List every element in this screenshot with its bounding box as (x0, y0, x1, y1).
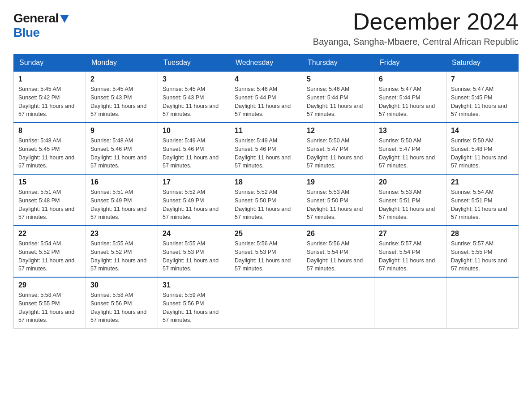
day-info: Sunrise: 5:49 AM Sunset: 5:46 PM Dayligh… (163, 137, 225, 170)
calendar-cell: 10 Sunrise: 5:49 AM Sunset: 5:46 PM Dayl… (158, 123, 230, 174)
day-info: Sunrise: 5:48 AM Sunset: 5:46 PM Dayligh… (90, 137, 153, 170)
day-info: Sunrise: 5:52 AM Sunset: 5:50 PM Dayligh… (235, 188, 297, 222)
day-number: 18 (235, 178, 297, 186)
logo: General Blue (13, 9, 69, 40)
day-info: Sunrise: 5:58 AM Sunset: 5:55 PM Dayligh… (18, 291, 81, 325)
col-header-friday: Friday (374, 54, 446, 72)
calendar-table: SundayMondayTuesdayWednesdayThursdayFrid… (13, 54, 519, 329)
calendar-cell: 26 Sunrise: 5:56 AM Sunset: 5:54 PM Dayl… (302, 226, 374, 277)
day-info: Sunrise: 5:45 AM Sunset: 5:42 PM Dayligh… (18, 85, 81, 119)
day-number: 21 (451, 178, 514, 186)
week-row-4: 22 Sunrise: 5:54 AM Sunset: 5:52 PM Dayl… (14, 226, 519, 277)
calendar-cell: 28 Sunrise: 5:57 AM Sunset: 5:55 PM Dayl… (446, 226, 519, 277)
day-info: Sunrise: 5:45 AM Sunset: 5:43 PM Dayligh… (90, 85, 153, 119)
calendar-cell: 15 Sunrise: 5:51 AM Sunset: 5:48 PM Dayl… (14, 174, 86, 226)
logo-triangle-icon (60, 15, 69, 23)
week-row-5: 29 Sunrise: 5:58 AM Sunset: 5:55 PM Dayl… (14, 277, 519, 329)
day-info: Sunrise: 5:55 AM Sunset: 5:52 PM Dayligh… (90, 240, 153, 273)
calendar-cell: 29 Sunrise: 5:58 AM Sunset: 5:55 PM Dayl… (14, 277, 86, 329)
day-number: 23 (90, 230, 153, 238)
day-info: Sunrise: 5:47 AM Sunset: 5:45 PM Dayligh… (451, 85, 514, 119)
day-number: 15 (18, 178, 81, 186)
day-info: Sunrise: 5:55 AM Sunset: 5:53 PM Dayligh… (163, 240, 225, 273)
day-number: 20 (379, 178, 442, 186)
calendar-cell (446, 277, 519, 329)
day-info: Sunrise: 5:54 AM Sunset: 5:51 PM Dayligh… (451, 188, 514, 222)
day-number: 27 (379, 230, 442, 238)
calendar-cell: 23 Sunrise: 5:55 AM Sunset: 5:52 PM Dayl… (86, 226, 158, 277)
calendar-cell: 16 Sunrise: 5:51 AM Sunset: 5:49 PM Dayl… (86, 174, 158, 226)
calendar-cell: 11 Sunrise: 5:49 AM Sunset: 5:46 PM Dayl… (230, 123, 302, 174)
day-number: 3 (163, 75, 225, 83)
col-header-tuesday: Tuesday (158, 54, 230, 72)
calendar-cell: 25 Sunrise: 5:56 AM Sunset: 5:53 PM Dayl… (230, 226, 302, 277)
day-number: 13 (379, 127, 442, 135)
calendar-cell: 6 Sunrise: 5:47 AM Sunset: 5:44 PM Dayli… (374, 72, 446, 123)
day-info: Sunrise: 5:54 AM Sunset: 5:52 PM Dayligh… (18, 240, 81, 273)
day-info: Sunrise: 5:48 AM Sunset: 5:45 PM Dayligh… (18, 137, 81, 170)
logo-general-text: General (13, 11, 59, 26)
calendar-cell: 8 Sunrise: 5:48 AM Sunset: 5:45 PM Dayli… (14, 123, 86, 174)
title-section: December 2024 Bayanga, Sangha-Mbaere, Ce… (313, 9, 519, 47)
month-title: December 2024 (313, 9, 519, 34)
calendar-cell: 14 Sunrise: 5:50 AM Sunset: 5:48 PM Dayl… (446, 123, 519, 174)
col-header-wednesday: Wednesday (230, 54, 302, 72)
day-number: 24 (163, 230, 225, 238)
day-info: Sunrise: 5:45 AM Sunset: 5:43 PM Dayligh… (163, 85, 225, 119)
day-number: 16 (90, 178, 153, 186)
day-number: 12 (307, 127, 369, 135)
calendar-cell (374, 277, 446, 329)
day-info: Sunrise: 5:59 AM Sunset: 5:56 PM Dayligh… (163, 291, 225, 325)
calendar-cell: 17 Sunrise: 5:52 AM Sunset: 5:49 PM Dayl… (158, 174, 230, 226)
day-number: 8 (18, 127, 81, 135)
day-number: 17 (163, 178, 225, 186)
calendar-cell: 20 Sunrise: 5:53 AM Sunset: 5:51 PM Dayl… (374, 174, 446, 226)
day-info: Sunrise: 5:46 AM Sunset: 5:44 PM Dayligh… (307, 85, 369, 119)
col-header-saturday: Saturday (446, 54, 519, 72)
day-info: Sunrise: 5:52 AM Sunset: 5:49 PM Dayligh… (163, 188, 225, 222)
day-number: 14 (451, 127, 514, 135)
calendar-cell: 12 Sunrise: 5:50 AM Sunset: 5:47 PM Dayl… (302, 123, 374, 174)
day-info: Sunrise: 5:57 AM Sunset: 5:54 PM Dayligh… (379, 240, 442, 273)
calendar-cell: 27 Sunrise: 5:57 AM Sunset: 5:54 PM Dayl… (374, 226, 446, 277)
day-info: Sunrise: 5:58 AM Sunset: 5:56 PM Dayligh… (90, 291, 153, 325)
day-number: 30 (90, 281, 153, 289)
calendar-cell: 4 Sunrise: 5:46 AM Sunset: 5:44 PM Dayli… (230, 72, 302, 123)
day-info: Sunrise: 5:47 AM Sunset: 5:44 PM Dayligh… (379, 85, 442, 119)
day-number: 28 (451, 230, 514, 238)
col-header-monday: Monday (86, 54, 158, 72)
calendar-cell: 1 Sunrise: 5:45 AM Sunset: 5:42 PM Dayli… (14, 72, 86, 123)
day-info: Sunrise: 5:49 AM Sunset: 5:46 PM Dayligh… (235, 137, 297, 170)
col-header-sunday: Sunday (14, 54, 86, 72)
day-number: 29 (18, 281, 81, 289)
day-info: Sunrise: 5:53 AM Sunset: 5:51 PM Dayligh… (379, 188, 442, 222)
day-number: 2 (90, 75, 153, 83)
day-info: Sunrise: 5:50 AM Sunset: 5:47 PM Dayligh… (379, 137, 442, 170)
calendar-cell: 3 Sunrise: 5:45 AM Sunset: 5:43 PM Dayli… (158, 72, 230, 123)
day-info: Sunrise: 5:50 AM Sunset: 5:47 PM Dayligh… (307, 137, 369, 170)
day-number: 25 (235, 230, 297, 238)
day-info: Sunrise: 5:51 AM Sunset: 5:49 PM Dayligh… (90, 188, 153, 222)
day-number: 11 (235, 127, 297, 135)
page-header: General Blue December 2024 Bayanga, Sang… (13, 9, 519, 47)
day-number: 1 (18, 75, 81, 83)
calendar-cell (230, 277, 302, 329)
day-number: 9 (90, 127, 153, 135)
day-number: 4 (235, 75, 297, 83)
week-row-3: 15 Sunrise: 5:51 AM Sunset: 5:48 PM Dayl… (14, 174, 519, 226)
week-row-1: 1 Sunrise: 5:45 AM Sunset: 5:42 PM Dayli… (14, 72, 519, 123)
location-subtitle: Bayanga, Sangha-Mbaere, Central African … (313, 37, 519, 47)
calendar-cell: 5 Sunrise: 5:46 AM Sunset: 5:44 PM Dayli… (302, 72, 374, 123)
day-info: Sunrise: 5:57 AM Sunset: 5:55 PM Dayligh… (451, 240, 514, 273)
day-number: 22 (18, 230, 81, 238)
calendar-cell: 19 Sunrise: 5:53 AM Sunset: 5:50 PM Dayl… (302, 174, 374, 226)
day-info: Sunrise: 5:56 AM Sunset: 5:54 PM Dayligh… (307, 240, 369, 273)
calendar-cell: 18 Sunrise: 5:52 AM Sunset: 5:50 PM Dayl… (230, 174, 302, 226)
calendar-cell: 22 Sunrise: 5:54 AM Sunset: 5:52 PM Dayl… (14, 226, 86, 277)
day-info: Sunrise: 5:50 AM Sunset: 5:48 PM Dayligh… (451, 137, 514, 170)
calendar-cell: 30 Sunrise: 5:58 AM Sunset: 5:56 PM Dayl… (86, 277, 158, 329)
day-number: 5 (307, 75, 369, 83)
day-number: 7 (451, 75, 514, 83)
calendar-cell: 24 Sunrise: 5:55 AM Sunset: 5:53 PM Dayl… (158, 226, 230, 277)
week-row-2: 8 Sunrise: 5:48 AM Sunset: 5:45 PM Dayli… (14, 123, 519, 174)
